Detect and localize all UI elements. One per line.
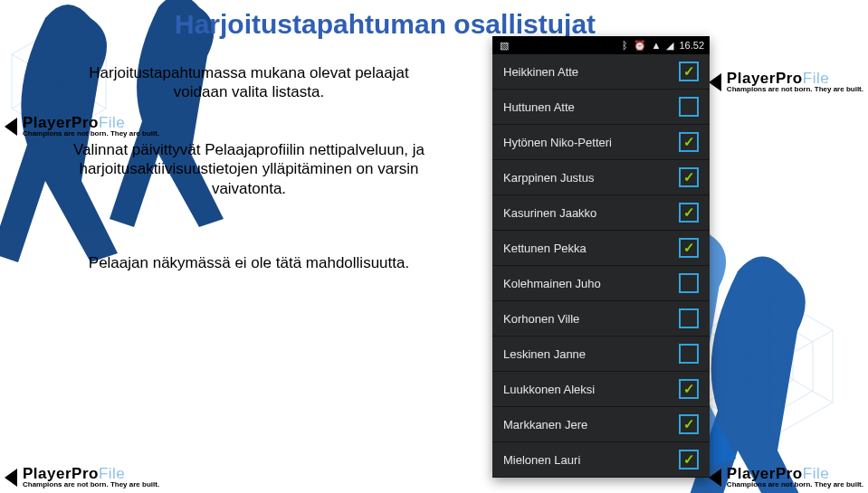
signal-icon: ◢ <box>666 40 673 52</box>
list-item[interactable]: Hytönen Niko-Petteri <box>492 125 710 160</box>
arrow-left-icon <box>709 73 721 91</box>
list-item[interactable]: Kolehmainen Juho <box>492 266 710 301</box>
checkbox[interactable] <box>679 132 699 152</box>
checkbox[interactable] <box>679 203 699 223</box>
checkbox[interactable] <box>679 450 699 469</box>
player-name: Luukkonen Aleksi <box>503 383 679 396</box>
bluetooth-icon: ᛒ <box>622 40 628 51</box>
list-item[interactable]: Korhonen Ville <box>492 301 710 337</box>
picture-icon: ▧ <box>500 40 509 52</box>
player-list: Heikkinen AtteHuttunen AtteHytönen Niko-… <box>492 54 710 478</box>
checkbox[interactable] <box>679 344 699 364</box>
list-item[interactable]: Heikkinen Atte <box>492 54 710 90</box>
list-item[interactable]: Markkanen Jere <box>492 407 710 442</box>
player-name: Hytönen Niko-Petteri <box>503 136 679 149</box>
checkbox[interactable] <box>679 379 699 399</box>
player-name: Huttunen Atte <box>503 100 679 114</box>
checkbox[interactable] <box>679 97 699 117</box>
status-bar: ▧ ᛒ ⏰ ▲ ◢ 16.52 <box>492 36 710 54</box>
player-name: Kolehmainen Juho <box>503 277 679 290</box>
checkbox[interactable] <box>679 167 699 187</box>
player-name: Heikkinen Atte <box>503 65 679 79</box>
brand-logo: PlayerProFile Champions are not born. Th… <box>5 115 159 137</box>
list-item[interactable]: Leskinen Janne <box>492 337 710 372</box>
status-time: 16.52 <box>679 40 704 51</box>
paragraph-3: Pelaajan näkymässä ei ole tätä mahdollis… <box>68 253 430 272</box>
brand-logo: PlayerProFile Champions are not born. Th… <box>709 466 863 488</box>
paragraph-2: Valinnat päivittyvät Pelaajaprofiilin ne… <box>68 140 430 198</box>
paragraph-1: Harjoitustapahtumassa mukana olevat pela… <box>68 63 430 102</box>
player-name: Kettunen Pekka <box>503 242 679 255</box>
player-name: Leskinen Janne <box>503 347 679 361</box>
arrow-left-icon <box>5 118 17 136</box>
arrow-left-icon <box>709 469 721 487</box>
player-name: Korhonen Ville <box>503 312 679 326</box>
checkbox[interactable] <box>679 273 699 293</box>
list-item[interactable]: Kettunen Pekka <box>492 231 710 266</box>
checkbox[interactable] <box>679 414 699 434</box>
list-item[interactable]: Huttunen Atte <box>492 90 710 125</box>
list-item[interactable]: Mielonen Lauri <box>492 442 710 478</box>
player-name: Mielonen Lauri <box>503 453 679 467</box>
brand-logo: PlayerProFile Champions are not born. Th… <box>709 71 863 93</box>
player-name: Kasurinen Jaakko <box>503 206 679 220</box>
checkbox[interactable] <box>679 62 699 81</box>
brand-logo: PlayerProFile Champions are not born. Th… <box>5 466 159 488</box>
checkbox[interactable] <box>679 238 699 258</box>
arrow-left-icon <box>5 469 17 487</box>
list-item[interactable]: Luukkonen Aleksi <box>492 372 710 407</box>
list-item[interactable]: Kasurinen Jaakko <box>492 195 710 231</box>
alarm-icon: ⏰ <box>634 40 646 52</box>
checkbox[interactable] <box>679 308 699 328</box>
page-title: Harjoitustapahtuman osallistujat <box>175 9 596 40</box>
phone-screenshot: ▧ ᛒ ⏰ ▲ ◢ 16.52 Heikkinen AtteHuttunen A… <box>492 36 710 478</box>
player-name: Markkanen Jere <box>503 418 679 431</box>
list-item[interactable]: Karppinen Justus <box>492 160 710 195</box>
player-name: Karppinen Justus <box>503 171 679 185</box>
wifi-icon: ▲ <box>652 40 662 51</box>
